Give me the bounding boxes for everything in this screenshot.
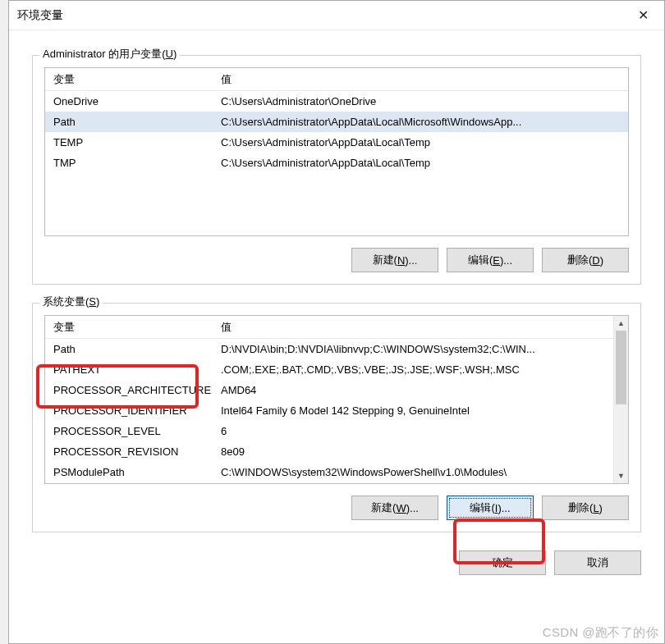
sys-scrollbar[interactable]: ▲ ▼	[613, 316, 628, 483]
cell-val: 8e09	[218, 445, 613, 458]
sys-list-wrap: 变量 值 PathD:\NVDIA\bin;D:\NVDIA\libnvvp;C…	[44, 315, 629, 484]
ok-button[interactable]: 确定	[459, 550, 546, 575]
titlebar: 环境变量 ✕	[9, 1, 664, 30]
user-col-var[interactable]: 变量	[45, 72, 218, 87]
table-row[interactable]: PSModulePathC:\WINDOWS\system32\WindowsP…	[45, 462, 613, 482]
user-new-button[interactable]: 新建(N)...	[351, 248, 438, 272]
close-icon: ✕	[638, 7, 649, 23]
cell-val: 6	[218, 425, 613, 437]
cell-var: PATHEXT	[45, 363, 218, 376]
window-title: 环境变量	[17, 8, 626, 23]
scroll-down-icon[interactable]: ▼	[614, 468, 628, 483]
cell-var: PROCESSOR_REVISION	[45, 445, 218, 458]
user-delete-button[interactable]: 删除(D)	[542, 248, 629, 272]
cell-var: OneDrive	[45, 95, 218, 107]
sys-vars-group: 系统变量(S) 变量 值 PathD:\NVDIA\bin;D:\NVDIA\l…	[32, 303, 641, 532]
cell-val: C:\Users\Administrator\AppData\Local\Mic…	[218, 116, 628, 128]
dialog-content: Administrator 的用户变量(U) 变量 值 OneDriveC:\U…	[9, 30, 664, 587]
user-rows: OneDriveC:\Users\Administrator\OneDriveP…	[45, 91, 628, 173]
cell-var: Path	[45, 116, 218, 128]
sys-col-val[interactable]: 值	[218, 320, 613, 335]
table-row[interactable]: PROCESSOR_ARCHITECTUREAMD64	[45, 380, 613, 400]
sys-new-button[interactable]: 新建(W)...	[351, 496, 438, 520]
cell-var: PROCESSOR_ARCHITECTURE	[45, 384, 218, 396]
sys-list-header[interactable]: 变量 值	[45, 316, 613, 339]
env-vars-dialog: 环境变量 ✕ Administrator 的用户变量(U) 变量 值 OneDr…	[8, 0, 665, 644]
cancel-button[interactable]: 取消	[554, 550, 641, 575]
cell-val: Intel64 Family 6 Model 142 Stepping 9, G…	[218, 404, 613, 417]
cell-val: C:\Users\Administrator\AppData\Local\Tem…	[218, 136, 628, 148]
table-row[interactable]: PathC:\Users\Administrator\AppData\Local…	[45, 112, 628, 132]
sys-delete-button[interactable]: 删除(L)	[542, 496, 629, 520]
sys-col-var[interactable]: 变量	[45, 320, 218, 335]
table-row[interactable]: TEMPC:\Users\Administrator\AppData\Local…	[45, 132, 628, 153]
table-row[interactable]: PROCESSOR_LEVEL6	[45, 421, 613, 441]
cell-val: D:\NVDIA\bin;D:\NVDIA\libnvvp;C:\WINDOWS…	[218, 343, 613, 355]
table-row[interactable]: PROCESSOR_IDENTIFIERIntel64 Family 6 Mod…	[45, 400, 613, 421]
cell-val: C:\Users\Administrator\OneDrive	[218, 95, 628, 107]
cell-val: C:\WINDOWS\system32\WindowsPowerShell\v1…	[218, 466, 613, 478]
cell-val: AMD64	[218, 384, 613, 396]
user-vars-group: Administrator 的用户变量(U) 变量 值 OneDriveC:\U…	[32, 55, 641, 285]
sys-vars-list[interactable]: 变量 值 PathD:\NVDIA\bin;D:\NVDIA\libnvvp;C…	[45, 316, 613, 483]
cell-var: PROCESSOR_LEVEL	[45, 425, 218, 437]
cell-val: .COM;.EXE;.BAT;.CMD;.VBS;.VBE;.JS;.JSE;.…	[218, 363, 613, 376]
cell-var: Path	[45, 343, 218, 355]
user-edit-button[interactable]: 编辑(E)...	[447, 248, 534, 272]
cell-var: PROCESSOR_IDENTIFIER	[45, 404, 218, 417]
user-col-val[interactable]: 值	[218, 72, 628, 87]
scrollbar-thumb[interactable]	[616, 331, 626, 404]
table-row[interactable]: PathD:\NVDIA\bin;D:\NVDIA\libnvvp;C:\WIN…	[45, 339, 613, 359]
close-button[interactable]: ✕	[626, 4, 659, 27]
cell-var: TMP	[45, 157, 218, 169]
dialog-buttons: 确定 取消	[32, 550, 641, 575]
table-row[interactable]: OneDriveC:\Users\Administrator\OneDrive	[45, 91, 628, 112]
table-row[interactable]: PROCESSOR_REVISION8e09	[45, 441, 613, 462]
table-row[interactable]: TMPC:\Users\Administrator\AppData\Local\…	[45, 153, 628, 173]
cell-var: PSModulePath	[45, 466, 218, 478]
sys-buttons: 新建(W)... 编辑(I)... 删除(L)	[44, 496, 629, 520]
user-vars-legend: Administrator 的用户变量(U)	[39, 47, 180, 62]
table-row[interactable]: PATHEXT.COM;.EXE;.BAT;.CMD;.VBS;.VBE;.JS…	[45, 359, 613, 380]
cell-val: C:\Users\Administrator\AppData\Local\Tem…	[218, 157, 628, 169]
watermark: CSDN @跑不了的你	[543, 625, 658, 641]
user-vars-list[interactable]: 变量 值 OneDriveC:\Users\Administrator\OneD…	[44, 67, 629, 236]
sys-rows: PathD:\NVDIA\bin;D:\NVDIA\libnvvp;C:\WIN…	[45, 339, 613, 482]
sys-vars-legend: 系统变量(S)	[39, 295, 103, 309]
user-list-header[interactable]: 变量 值	[45, 68, 628, 91]
scroll-up-icon[interactable]: ▲	[614, 316, 628, 331]
cell-var: TEMP	[45, 136, 218, 148]
sys-edit-button[interactable]: 编辑(I)...	[447, 496, 534, 520]
user-buttons: 新建(N)... 编辑(E)... 删除(D)	[44, 248, 629, 272]
